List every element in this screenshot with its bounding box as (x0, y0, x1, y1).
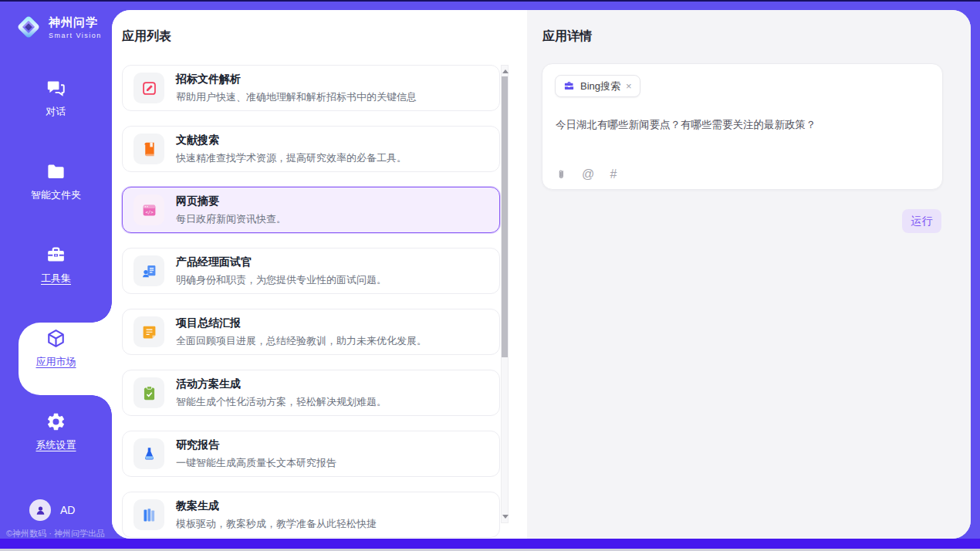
person-icon (34, 504, 47, 517)
sidebar-nav: 对话 智能文件夹 工具集 应用市场 系统设置 (0, 56, 112, 473)
app-item-title: 研究报告 (176, 438, 336, 452)
book-icon (133, 134, 164, 164)
copyright-footer: ©神州数码 · 神州问学出品 (6, 528, 105, 539)
app-item-title: 招标文件解析 (176, 73, 417, 86)
sidebar-item-label: 应用市场 (36, 355, 76, 369)
app-item-title: 项目总结汇报 (176, 316, 427, 330)
app-item-title: 教案生成 (176, 499, 377, 513)
app-list-item[interactable]: 产品经理面试官 明确身份和职责，为您提供专业性的面试问题。 (122, 248, 500, 294)
user-initials: AD (60, 504, 75, 516)
app-item-title: 网页摘要 (176, 194, 286, 208)
sidebar-item-应用市场[interactable]: 应用市场 (0, 306, 112, 390)
sidebar-item-工具集[interactable]: 工具集 (0, 223, 112, 306)
app-list-scrollbar[interactable] (501, 65, 509, 523)
app-list-pane: 应用列表 招标文件解析 帮助用户快速、准确地理解和解析招标书中的关键信息 文献搜… (112, 10, 527, 539)
briefcase-icon (563, 80, 575, 92)
at-icon[interactable]: @ (581, 167, 595, 181)
prompt-message[interactable]: 今日湖北有哪些新闻要点？有哪些需要关注的最新政策？ (556, 118, 930, 132)
avatar[interactable] (29, 499, 51, 521)
app-detail-pane: 应用详情 Bing搜索 × 今日湖北有哪些新闻要点？有哪些需要关注的最新政策？ … (527, 10, 971, 539)
app-item-desc: 一键智能生成高质量长文本研究报告 (176, 456, 336, 470)
app-window: 神州问学 Smart Vision 对话 智能文件夹 工具集 应用市场 系统设置 (0, 2, 980, 539)
chat-icon (46, 78, 66, 99)
brand-logo: 神州问学 Smart Vision (14, 12, 102, 42)
app-item-title: 活动方案生成 (176, 377, 387, 391)
app-list-item[interactable]: </> 网页摘要 每日政府新闻资讯快查。 (122, 187, 500, 233)
scroll-down-arrow-icon[interactable] (502, 515, 509, 519)
app-item-desc: 模板驱动，教案秒成，教学准备从此轻松快捷 (176, 517, 377, 531)
app-item-title: 产品经理面试官 (176, 255, 387, 269)
close-icon[interactable]: × (626, 81, 632, 91)
app-list-item[interactable]: 招标文件解析 帮助用户快速、准确地理解和解析招标书中的关键信息 (122, 65, 500, 111)
scrollbar-thumb[interactable] (502, 76, 508, 357)
run-button[interactable]: 运行 (902, 209, 941, 233)
brand-name: 神州问学 (49, 15, 102, 30)
app-list-item[interactable]: 教案生成 模板驱动，教案秒成，教学准备从此轻松快捷 (122, 492, 500, 538)
folder-icon (46, 161, 66, 182)
scroll-up-arrow-icon[interactable] (502, 69, 509, 73)
app-item-desc: 快速精准查找学术资源，提高研究效率的必备工具。 (176, 151, 407, 165)
sidebar-item-label: 对话 (46, 105, 66, 119)
svg-text:</>: </> (145, 209, 154, 214)
app-item-title: 文献搜索 (176, 134, 407, 147)
memo-icon (133, 316, 164, 347)
user-row[interactable]: AD (29, 499, 75, 521)
app-list-title: 应用列表 (122, 29, 171, 45)
app-list: 招标文件解析 帮助用户快速、准确地理解和解析招标书中的关键信息 文献搜索 快速精… (122, 65, 500, 539)
hash-icon[interactable]: # (607, 167, 620, 181)
tool-tag-label: Bing搜索 (580, 79, 620, 93)
web-code-icon: </> (133, 194, 164, 225)
content-panel: 应用列表 招标文件解析 帮助用户快速、准确地理解和解析招标书中的关键信息 文献搜… (112, 10, 971, 539)
composer-toolbar: @# (556, 167, 620, 181)
app-list-item[interactable]: 研究报告 一键智能生成高质量长文本研究报告 (122, 431, 500, 477)
app-list-item[interactable]: 文献搜索 快速精准查找学术资源，提高研究效率的必备工具。 (122, 126, 500, 172)
tool-tag-bing-search[interactable]: Bing搜索 × (555, 75, 640, 97)
app-item-desc: 明确身份和职责，为您提供专业性的面试问题。 (176, 273, 387, 287)
research-report-icon (133, 438, 164, 469)
sidebar-item-对话[interactable]: 对话 (0, 56, 112, 140)
sidebar-item-label: 工具集 (41, 272, 71, 286)
sidebar: 神州问学 Smart Vision 对话 智能文件夹 工具集 应用市场 系统设置 (0, 2, 112, 539)
app-item-desc: 全面回顾项目进展，总结经验教训，助力未来优化发展。 (176, 334, 427, 348)
bottom-strip (0, 539, 980, 549)
sidebar-item-系统设置[interactable]: 系统设置 (0, 390, 112, 473)
app-item-desc: 每日政府新闻资讯快查。 (176, 212, 286, 226)
brand-subtitle: Smart Vision (49, 32, 102, 39)
app-list-item[interactable]: 活动方案生成 智能生成个性化活动方案，轻松解决规划难题。 (122, 370, 500, 416)
clipboard-check-icon (133, 377, 164, 408)
prompt-card[interactable]: Bing搜索 × 今日湖北有哪些新闻要点？有哪些需要关注的最新政策？ @# (542, 63, 943, 190)
sidebar-item-label: 系统设置 (36, 438, 76, 452)
app-item-desc: 智能生成个性化活动方案，轻松解决规划难题。 (176, 395, 387, 409)
edit-doc-icon (133, 73, 164, 103)
gem-logo-icon (14, 12, 43, 42)
interviewer-icon (133, 255, 164, 286)
cube-icon (46, 328, 66, 349)
sidebar-item-label: 智能文件夹 (31, 188, 81, 202)
app-detail-title: 应用详情 (542, 29, 592, 45)
sidebar-item-智能文件夹[interactable]: 智能文件夹 (0, 140, 112, 223)
toolbox-icon (46, 245, 66, 265)
gear-icon (46, 411, 66, 432)
app-list-item[interactable]: 项目总结汇报 全面回顾项目进展，总结经验教训，助力未来优化发展。 (122, 309, 500, 355)
app-item-desc: 帮助用户快速、准确地理解和解析招标书中的关键信息 (176, 90, 417, 104)
paperclip-icon[interactable] (556, 167, 569, 181)
books-icon (133, 499, 164, 530)
